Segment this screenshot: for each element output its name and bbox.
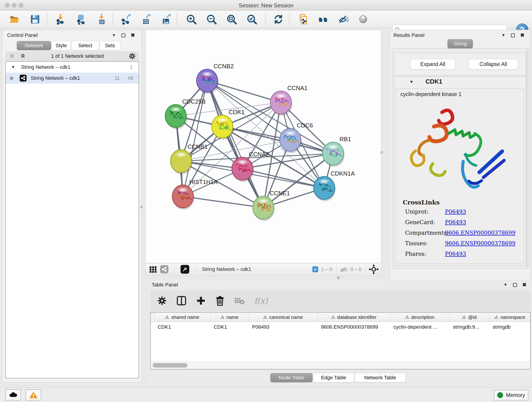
- collapse-all-chevron-icon[interactable]: [8, 53, 15, 60]
- column-header[interactable]: shared name: [154, 313, 210, 322]
- tab-network-table[interactable]: Network Table: [355, 373, 405, 382]
- hide-glyphs-eye-icon[interactable]: [338, 14, 349, 25]
- import-network-from-database-icon[interactable]: [76, 14, 86, 25]
- node-label: CDC6: [297, 122, 313, 129]
- function-builder-icon[interactable]: f(x): [254, 296, 268, 305]
- show-columns-icon[interactable]: [177, 296, 186, 306]
- table-options-gear-icon[interactable]: [157, 296, 167, 306]
- import-network-icon[interactable]: [56, 14, 66, 25]
- open-session-icon[interactable]: [9, 14, 20, 25]
- crosslink-link[interactable]: 9606.ENSP00000378699: [445, 240, 515, 247]
- save-session-icon[interactable]: [30, 14, 40, 25]
- crosslink-row: GeneCard: P06493: [396, 219, 524, 228]
- fit-content-crosshair-icon[interactable]: [369, 264, 379, 274]
- float-panel-icon[interactable]: [511, 33, 515, 37]
- tab-sets[interactable]: Sets: [100, 41, 120, 50]
- network-view-panel: CCNB2CCNA1CDC25BCDK1CDC6RB1CCNB1CCNA2CDK…: [145, 30, 381, 280]
- splitter-handle[interactable]: [337, 276, 340, 279]
- expand-all-button[interactable]: Expand All: [410, 59, 455, 70]
- memory-status-dot: [497, 392, 503, 398]
- column-header[interactable]: @id: [450, 313, 490, 322]
- tab-edge-table[interactable]: Edge Table: [313, 373, 354, 382]
- crosslink-link[interactable]: 9606.ENSP00000378699: [445, 230, 515, 236]
- network-node-CDK1[interactable]: CDK1: [212, 109, 244, 140]
- refresh-icon[interactable]: [273, 14, 284, 25]
- panel-menu-icon[interactable]: ▼: [501, 33, 505, 38]
- close-panel-icon[interactable]: ✖: [522, 282, 526, 288]
- network-edge-count: 48: [128, 75, 133, 81]
- delete-table-icon[interactable]: [234, 297, 245, 305]
- close-panel-icon[interactable]: ✖: [520, 32, 525, 38]
- network-node-HIST1H1A[interactable]: HIST1H1A: [172, 179, 218, 210]
- cloud-status-button[interactable]: [6, 389, 21, 400]
- zoom-in-icon[interactable]: [186, 14, 196, 25]
- crosslink-row: Compartments: 9606.ENSP00000378699: [396, 230, 524, 239]
- sphere-icon[interactable]: [358, 14, 368, 25]
- column-header[interactable]: namespace: [489, 313, 530, 322]
- results-scrollbar[interactable]: [526, 49, 529, 267]
- string-import-pages-icon[interactable]: [298, 14, 308, 25]
- network-collection-row[interactable]: ▼ String Network – cdk1 1: [6, 62, 139, 73]
- tab-style[interactable]: Style: [51, 41, 71, 50]
- network-row[interactable]: String Network – cdk1 11 48: [6, 73, 139, 84]
- float-panel-icon[interactable]: [513, 283, 517, 287]
- close-panel-icon[interactable]: ✖: [131, 32, 135, 38]
- memory-button[interactable]: Memory: [494, 390, 528, 400]
- open-in-new-window-icon[interactable]: [181, 265, 189, 274]
- panel-menu-icon[interactable]: ▼: [504, 283, 507, 287]
- houses-icon[interactable]: [318, 14, 329, 25]
- delete-column-trash-icon[interactable]: [215, 296, 225, 306]
- string-badge-icon[interactable]: [160, 265, 168, 274]
- table-row[interactable]: CDK1 CDK1 P06493 9606.ENSP00000378699 cy…: [151, 322, 530, 332]
- network-canvas[interactable]: CCNB2CCNA1CDC25BCDK1CDC6RB1CCNB1CCNA2CDK…: [145, 30, 381, 263]
- toolbar-separator: [289, 13, 290, 26]
- create-column-plus-icon[interactable]: [196, 296, 206, 306]
- float-panel-icon[interactable]: [121, 33, 125, 37]
- export-image-icon[interactable]: [161, 14, 172, 25]
- tab-network[interactable]: Network: [17, 41, 51, 50]
- node-label: CCNA2: [249, 151, 269, 158]
- zoom-fit-icon[interactable]: [226, 14, 237, 25]
- import-table-icon[interactable]: [96, 14, 107, 25]
- horizontal-splitter[interactable]: [145, 275, 381, 280]
- crosslink-link[interactable]: P06493: [445, 219, 466, 225]
- network-edge[interactable]: [183, 196, 263, 208]
- zoom-selected-icon[interactable]: [247, 14, 257, 25]
- export-table-icon[interactable]: [141, 14, 152, 25]
- tab-select[interactable]: Select: [71, 41, 99, 50]
- network-node-CCNB1[interactable]: CCNB1: [171, 143, 208, 174]
- network-edge[interactable]: [242, 169, 324, 188]
- network-node-CCNA1[interactable]: CCNA1: [270, 85, 307, 116]
- warning-status-button[interactable]: [26, 389, 41, 400]
- network-node-CDC25B[interactable]: CDC25B: [165, 98, 206, 129]
- scrollbar-thumb[interactable]: [152, 363, 187, 368]
- selected-checkbox-icon[interactable]: [312, 266, 318, 272]
- panel-menu-icon[interactable]: ▼: [112, 33, 116, 38]
- table-horizontal-scrollbar[interactable]: [151, 361, 530, 369]
- network-node-CDKN1A[interactable]: CDKN1A: [314, 170, 355, 201]
- tab-string[interactable]: String: [447, 39, 473, 48]
- collapse-all-button[interactable]: Collapse All: [469, 59, 518, 70]
- column-header[interactable]: name: [210, 313, 249, 322]
- collection-expand-icon[interactable]: ▼: [11, 65, 15, 70]
- birds-eye-grid-icon[interactable]: [149, 265, 157, 273]
- gear-icon[interactable]: [128, 52, 136, 60]
- column-header[interactable]: description: [390, 313, 450, 322]
- zoom-out-icon[interactable]: [206, 14, 217, 25]
- export-network-icon[interactable]: [121, 14, 132, 25]
- entry-collapse-icon[interactable]: ▼: [409, 80, 413, 84]
- crosslink-link[interactable]: P06493: [445, 209, 466, 215]
- crosslink-link[interactable]: P06493: [445, 251, 466, 257]
- left-splitter-handle[interactable]: [140, 206, 143, 208]
- network-node-CCNE1[interactable]: CCNE1: [253, 190, 290, 221]
- tab-node-table[interactable]: Node Table: [270, 373, 312, 382]
- network-node-RB1[interactable]: RB1: [323, 136, 351, 167]
- network-edge[interactable]: [207, 81, 263, 208]
- column-header[interactable]: database identifier: [318, 313, 390, 322]
- column-header[interactable]: canonical name: [249, 313, 317, 322]
- network-node-CCNB2[interactable]: CCNB2: [196, 63, 234, 94]
- network-node-CDC6[interactable]: CDC6: [280, 122, 313, 153]
- cell-shared-name: CDK1: [154, 324, 210, 330]
- right-splitter-handle[interactable]: [380, 151, 383, 154]
- expand-all-chevron-icon[interactable]: [19, 53, 26, 60]
